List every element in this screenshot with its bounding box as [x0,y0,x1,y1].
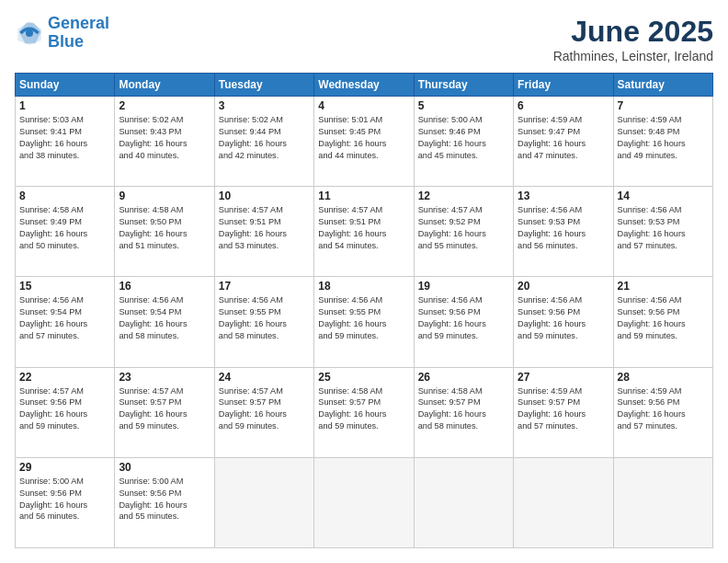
day-number: 29 [19,461,110,474]
day-detail: Sunrise: 4:57 AM Sunset: 9:52 PM Dayligh… [418,204,509,252]
day-cell [414,457,513,547]
day-cell: 3Sunrise: 5:02 AM Sunset: 9:44 PM Daylig… [214,97,313,187]
header-row: Sunday Monday Tuesday Wednesday Thursday… [16,74,713,97]
day-number: 23 [119,371,210,384]
day-detail: Sunrise: 4:57 AM Sunset: 9:57 PM Dayligh… [219,385,310,433]
day-cell: 29Sunrise: 5:00 AM Sunset: 9:56 PM Dayli… [16,457,115,547]
day-cell [514,457,613,547]
col-monday: Monday [115,74,214,97]
day-cell: 27Sunrise: 4:59 AM Sunset: 9:57 PM Dayli… [514,367,613,457]
day-cell: 21Sunrise: 4:56 AM Sunset: 9:56 PM Dayli… [613,277,712,367]
day-cell: 19Sunrise: 4:56 AM Sunset: 9:56 PM Dayli… [414,277,513,367]
week-row-5: 29Sunrise: 5:00 AM Sunset: 9:56 PM Dayli… [16,457,713,547]
logo-text: General Blue [48,15,109,52]
day-number: 5 [418,99,509,112]
day-detail: Sunrise: 4:59 AM Sunset: 9:47 PM Dayligh… [518,114,609,162]
day-number: 18 [318,280,409,293]
week-row-1: 1Sunrise: 5:03 AM Sunset: 9:41 PM Daylig… [16,97,713,187]
day-number: 1 [19,99,110,112]
day-detail: Sunrise: 4:58 AM Sunset: 9:57 PM Dayligh… [318,385,409,433]
day-cell: 18Sunrise: 4:56 AM Sunset: 9:55 PM Dayli… [314,277,414,367]
day-detail: Sunrise: 5:02 AM Sunset: 9:43 PM Dayligh… [119,114,210,162]
day-cell: 17Sunrise: 4:56 AM Sunset: 9:55 PM Dayli… [214,277,313,367]
day-detail: Sunrise: 4:57 AM Sunset: 9:56 PM Dayligh… [19,385,110,433]
day-number: 3 [219,99,310,112]
day-detail: Sunrise: 4:56 AM Sunset: 9:55 PM Dayligh… [219,294,310,342]
day-cell: 11Sunrise: 4:57 AM Sunset: 9:51 PM Dayli… [314,187,414,277]
day-detail: Sunrise: 4:56 AM Sunset: 9:54 PM Dayligh… [119,294,210,342]
day-detail: Sunrise: 4:57 AM Sunset: 9:51 PM Dayligh… [318,204,409,252]
day-detail: Sunrise: 4:57 AM Sunset: 9:51 PM Dayligh… [219,204,310,252]
day-cell: 10Sunrise: 4:57 AM Sunset: 9:51 PM Dayli… [214,187,313,277]
day-cell: 26Sunrise: 4:58 AM Sunset: 9:57 PM Dayli… [414,367,513,457]
day-number: 4 [318,99,409,112]
day-detail: Sunrise: 4:56 AM Sunset: 9:53 PM Dayligh… [618,204,709,252]
calendar: Sunday Monday Tuesday Wednesday Thursday… [15,73,713,548]
day-number: 17 [219,280,310,293]
day-detail: Sunrise: 4:58 AM Sunset: 9:49 PM Dayligh… [19,204,110,252]
day-number: 7 [618,99,709,112]
day-number: 28 [618,371,709,384]
week-row-4: 22Sunrise: 4:57 AM Sunset: 9:56 PM Dayli… [16,367,713,457]
day-detail: Sunrise: 4:56 AM Sunset: 9:54 PM Dayligh… [19,294,110,342]
day-detail: Sunrise: 4:56 AM Sunset: 9:56 PM Dayligh… [518,294,609,342]
day-cell: 24Sunrise: 4:57 AM Sunset: 9:57 PM Dayli… [214,367,313,457]
day-number: 19 [418,280,509,293]
location: Rathmines, Leinster, Ireland [553,49,713,63]
day-cell: 4Sunrise: 5:01 AM Sunset: 9:45 PM Daylig… [314,97,414,187]
day-cell: 13Sunrise: 4:56 AM Sunset: 9:53 PM Dayli… [514,187,613,277]
day-number: 2 [119,99,210,112]
day-number: 8 [19,190,110,202]
day-cell [314,457,414,547]
day-cell: 28Sunrise: 4:59 AM Sunset: 9:56 PM Dayli… [613,367,712,457]
day-cell: 6Sunrise: 4:59 AM Sunset: 9:47 PM Daylig… [514,97,613,187]
col-saturday: Saturday [613,74,712,97]
day-detail: Sunrise: 5:02 AM Sunset: 9:44 PM Dayligh… [219,114,310,162]
day-cell: 2Sunrise: 5:02 AM Sunset: 9:43 PM Daylig… [115,97,214,187]
day-cell: 12Sunrise: 4:57 AM Sunset: 9:52 PM Dayli… [414,187,513,277]
day-number: 27 [518,371,609,384]
day-number: 10 [219,190,310,202]
logo-line2: Blue [48,32,84,51]
day-cell: 15Sunrise: 4:56 AM Sunset: 9:54 PM Dayli… [16,277,115,367]
day-number: 25 [318,371,409,384]
day-detail: Sunrise: 4:56 AM Sunset: 9:56 PM Dayligh… [618,294,709,342]
day-cell: 20Sunrise: 4:56 AM Sunset: 9:56 PM Dayli… [514,277,613,367]
day-number: 14 [618,190,709,202]
week-row-2: 8Sunrise: 4:58 AM Sunset: 9:49 PM Daylig… [16,187,713,277]
col-tuesday: Tuesday [214,74,313,97]
svg-point-2 [26,29,33,37]
day-detail: Sunrise: 4:58 AM Sunset: 9:50 PM Dayligh… [119,204,210,252]
day-cell: 30Sunrise: 5:00 AM Sunset: 9:56 PM Dayli… [115,457,214,547]
day-detail: Sunrise: 4:59 AM Sunset: 9:56 PM Dayligh… [618,385,709,433]
col-wednesday: Wednesday [314,74,414,97]
logo-icon [15,18,44,48]
day-cell: 23Sunrise: 4:57 AM Sunset: 9:57 PM Dayli… [115,367,214,457]
day-number: 26 [418,371,509,384]
page: General Blue June 2025 Rathmines, Leinst… [0,0,728,563]
day-cell: 7Sunrise: 4:59 AM Sunset: 9:48 PM Daylig… [613,97,712,187]
day-cell: 5Sunrise: 5:00 AM Sunset: 9:46 PM Daylig… [414,97,513,187]
day-number: 12 [418,190,509,202]
header: General Blue June 2025 Rathmines, Leinst… [15,15,713,63]
day-cell: 22Sunrise: 4:57 AM Sunset: 9:56 PM Dayli… [16,367,115,457]
day-number: 16 [119,280,210,293]
logo: General Blue [15,15,109,52]
logo-line1: General [48,14,109,32]
col-thursday: Thursday [414,74,513,97]
title-block: June 2025 Rathmines, Leinster, Ireland [553,15,713,63]
day-cell: 9Sunrise: 4:58 AM Sunset: 9:50 PM Daylig… [115,187,214,277]
day-cell [214,457,313,547]
day-detail: Sunrise: 4:56 AM Sunset: 9:53 PM Dayligh… [518,204,609,252]
day-detail: Sunrise: 5:03 AM Sunset: 9:41 PM Dayligh… [19,114,110,162]
day-number: 24 [219,371,310,384]
day-detail: Sunrise: 4:58 AM Sunset: 9:57 PM Dayligh… [418,385,509,433]
day-number: 30 [119,461,210,474]
day-number: 22 [19,371,110,384]
day-number: 13 [518,190,609,202]
col-sunday: Sunday [16,74,115,97]
day-detail: Sunrise: 4:59 AM Sunset: 9:48 PM Dayligh… [618,114,709,162]
day-cell: 8Sunrise: 4:58 AM Sunset: 9:49 PM Daylig… [16,187,115,277]
day-cell: 14Sunrise: 4:56 AM Sunset: 9:53 PM Dayli… [613,187,712,277]
day-detail: Sunrise: 4:56 AM Sunset: 9:56 PM Dayligh… [418,294,509,342]
